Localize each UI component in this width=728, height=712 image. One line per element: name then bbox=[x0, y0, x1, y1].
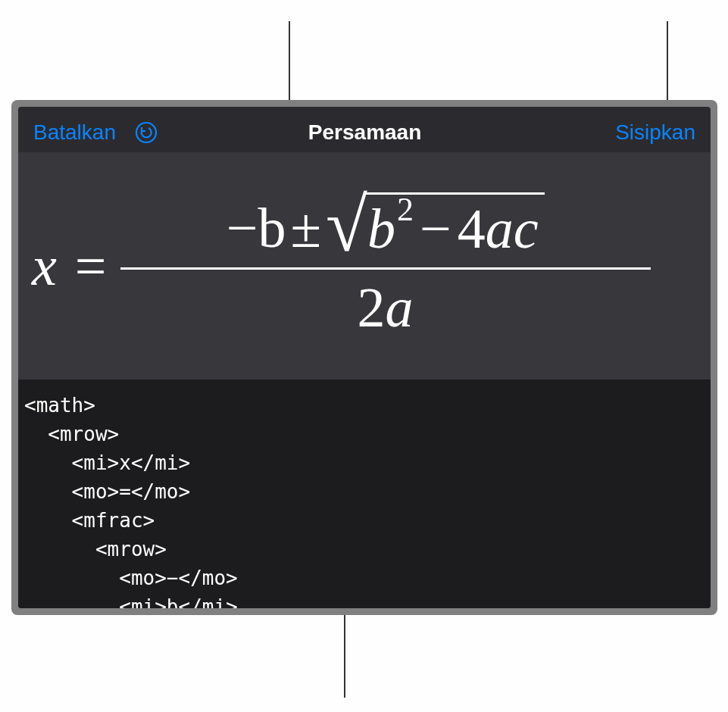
insert-button[interactable]: Sisipkan bbox=[615, 120, 695, 145]
eq-radicand: b 2 − 4 a c bbox=[364, 192, 545, 264]
eq-equals: = bbox=[64, 234, 117, 298]
eq-4: 4 bbox=[458, 197, 486, 261]
eq-denominator: 2 a bbox=[358, 270, 414, 340]
callout-line-insert bbox=[667, 21, 668, 106]
eq-sqrt: √ b 2 − 4 a c bbox=[326, 192, 544, 264]
eq-a: a bbox=[486, 197, 514, 261]
equation-preview: x = −b ± √ b 2 − 4 a bbox=[18, 152, 711, 379]
eq-variable-x: x bbox=[32, 234, 61, 298]
sqrt-icon: √ bbox=[326, 189, 367, 261]
mathml-code-input[interactable]: <math> <mrow> <mi>x</mi> <mo>=</mo> <mfr… bbox=[18, 379, 711, 608]
dialog-title: Persamaan bbox=[114, 120, 615, 145]
cancel-button[interactable]: Batalkan bbox=[33, 120, 116, 145]
callout-line-code bbox=[344, 614, 345, 698]
equation-render: x = −b ± √ b 2 − 4 a bbox=[32, 192, 651, 340]
eq-b: b bbox=[367, 197, 395, 261]
equation-dialog: Batalkan Persamaan Sisipkan x = −b ± bbox=[18, 107, 711, 608]
dialog-header: Batalkan Persamaan Sisipkan bbox=[18, 107, 711, 152]
eq-fraction: −b ± √ b 2 − 4 a c bbox=[120, 192, 651, 340]
equation-dialog-frame: Batalkan Persamaan Sisipkan x = −b ± bbox=[11, 100, 717, 615]
eq-minus: − bbox=[414, 197, 458, 261]
eq-plusminus: ± bbox=[286, 196, 326, 261]
eq-2: 2 bbox=[358, 276, 386, 340]
eq-numerator: −b ± √ b 2 − 4 a c bbox=[222, 192, 549, 267]
eq-c: c bbox=[514, 197, 539, 261]
eq-minus-b: −b bbox=[227, 196, 286, 261]
eq-exp-2: 2 bbox=[397, 190, 414, 229]
eq-den-a: a bbox=[386, 276, 414, 340]
